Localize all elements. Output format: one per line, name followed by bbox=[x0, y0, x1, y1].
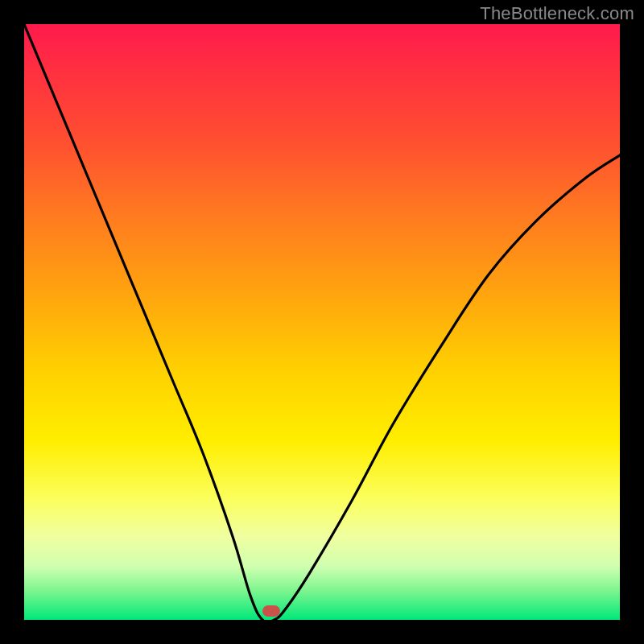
minimum-dot bbox=[262, 605, 280, 617]
bottleneck-curve bbox=[24, 24, 620, 620]
curve-svg bbox=[24, 24, 620, 620]
watermark-text: TheBottleneck.com bbox=[480, 3, 634, 24]
plot-area bbox=[24, 24, 620, 620]
chart-frame: TheBottleneck.com bbox=[0, 0, 644, 644]
